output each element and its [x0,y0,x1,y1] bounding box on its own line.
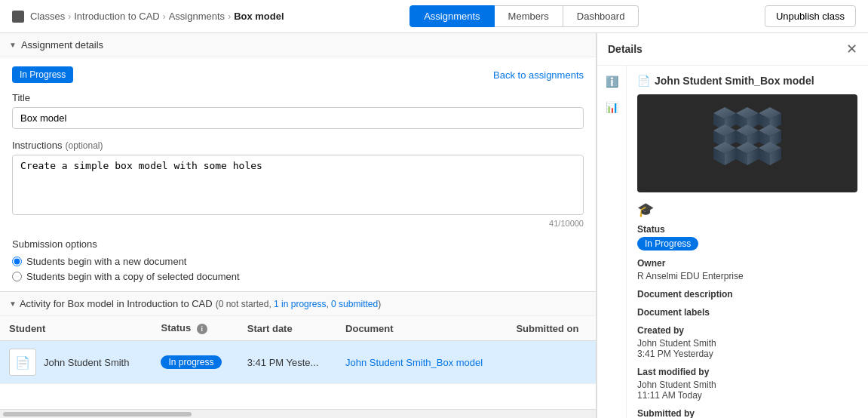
radio-copy-document[interactable]: Students begin with a copy of selected d… [12,271,584,282]
cell-start-date: 3:41 PM Yeste... [238,341,336,384]
radio-new-document[interactable]: Students begin with a new document [12,256,584,267]
scroll-thumb[interactable] [3,412,192,416]
doc-labels-section: Document labels [637,307,857,318]
last-modified-value: John Student Smith [637,380,857,390]
title-input[interactable] [12,107,584,129]
top-bar: Classes › Introduction to CAD › Assignme… [0,0,868,33]
breadcrumb: Classes › Introduction to CAD › Assignme… [12,11,284,23]
doc-description-label: Document description [637,289,857,300]
activity-title: Activity for Box model in Introduction t… [20,298,213,309]
activity-table: Student Status i Start date Document Sub… [0,316,596,384]
horizontal-scrollbar[interactable] [0,409,596,418]
assignment-form: In Progress Back to assignments Title In… [0,57,596,291]
assignment-details-section: ▼ Assignment details In Progress Back to… [0,33,596,292]
breadcrumb-classes[interactable]: Classes [30,11,65,22]
student-doc-icon: 📄 [9,349,36,376]
info-tab-icon[interactable]: ℹ️ [602,72,621,91]
activity-section: ▼ Activity for Box model in Introduction… [0,292,596,418]
submitted-by-label: Submitted by [637,408,857,418]
title-label: Title [12,92,584,103]
main-layout: ▼ Assignment details In Progress Back to… [0,33,868,418]
assignment-details-header[interactable]: ▼ Assignment details [0,33,596,57]
detail-file-title: 📄 John Student Smith_Box model [637,75,857,87]
details-panel: Details ✕ ℹ️ 📊 📄 John Student Smith_Box … [597,33,868,418]
created-by-label: Created by [637,325,857,336]
detail-content: 📄 John Student Smith_Box model [627,66,868,418]
submitted-stat[interactable]: 0 submitted [331,299,378,309]
breadcrumb-intro-cad[interactable]: Introduction to CAD [74,11,159,22]
details-panel-title: Details [608,43,643,55]
app-icon [12,11,24,23]
activity-stats: (0 not started, 1 in progress, 0 submitt… [216,299,381,309]
instructions-form-group: Instructions(optional) Create a simple b… [12,140,584,228]
instructions-textarea[interactable]: Create a simple box model with some hole… [12,155,584,215]
status-info-icon[interactable]: i [197,324,207,334]
assignment-details-label: Assignment details [21,39,103,51]
doc-labels-label: Document labels [637,307,857,318]
close-details-button[interactable]: ✕ [846,41,857,57]
last-modified-at: 11:11 AM Today [637,390,857,401]
model-preview [637,94,857,192]
document-link[interactable]: John Student Smith_Box model [345,357,483,368]
created-by-section: Created by John Student Smith 3:41 PM Ye… [637,325,857,359]
main-tab-group: Assignments Members Dashboard [409,5,639,27]
status-badge: In Progress [637,237,698,250]
in-progress-stat[interactable]: 1 in progress [274,299,326,309]
tab-dashboard[interactable]: Dashboard [563,5,639,27]
created-at: 3:41 PM Yesterday [637,349,857,359]
char-count: 41/10000 [12,219,584,228]
activity-collapse-arrow: ▼ [9,300,17,308]
status-section: Status In Progress [637,224,857,250]
cell-student: 📄 John Student Smith [0,341,152,384]
col-submitted-on: Submitted on [507,316,596,341]
details-panel-header: Details ✕ [597,33,868,66]
tab-members[interactable]: Members [495,5,563,27]
owner-label: Owner [637,258,857,269]
status-label: Status [637,224,857,235]
chart-tab-icon[interactable]: 📊 [602,97,621,117]
owner-section: Owner R Anselmi EDU Enterprise [637,258,857,281]
table-header-row: Student Status i Start date Document Sub… [0,316,596,341]
cell-document: John Student Smith_Box model [336,341,507,384]
unpublish-button[interactable]: Unpublish class [765,5,856,27]
col-start-date: Start date [238,316,336,341]
file-title-text: John Student Smith_Box model [655,75,814,87]
last-modified-section: Last modified by John Student Smith 11:1… [637,367,857,401]
cell-submitted-on [507,341,596,384]
doc-description-section: Document description [637,289,857,300]
col-student: Student [0,316,152,341]
left-panel: ▼ Assignment details In Progress Back to… [0,33,597,418]
title-form-group: Title [12,92,584,129]
collapse-arrow: ▼ [9,41,17,49]
cell-status: In progress [152,341,238,384]
in-progress-badge: In Progress [12,66,73,83]
row-status-badge: In progress [161,355,221,369]
activity-table-wrapper: Student Status i Start date Document Sub… [0,316,596,409]
instructions-label: Instructions(optional) [12,140,584,151]
submission-options: Submission options Students begin with a… [12,238,584,282]
submission-label: Submission options [12,238,584,250]
breadcrumb-assignments[interactable]: Assignments [169,11,225,22]
breadcrumb-current: Box model [234,11,284,22]
activity-header: ▼ Activity for Box model in Introduction… [0,292,596,316]
file-type-icon: 📄 [637,75,650,87]
detail-icon-tabs: ℹ️ 📊 [597,66,627,418]
col-status: Status i [152,316,238,341]
col-document: Document [336,316,507,341]
back-to-assignments-link[interactable]: Back to assignments [493,69,584,81]
table-row[interactable]: 📄 John Student Smith In progress 3:41 PM… [0,341,596,384]
form-top-row: In Progress Back to assignments [12,66,584,83]
graduation-icon: 🎓 [637,201,857,218]
last-modified-label: Last modified by [637,367,857,377]
submitted-by-section: Submitted by [637,408,857,418]
tab-assignments[interactable]: Assignments [409,5,494,27]
student-name: John Student Smith [44,357,129,368]
created-by-value: John Student Smith [637,338,857,349]
owner-value: R Anselmi EDU Enterprise [637,271,857,281]
